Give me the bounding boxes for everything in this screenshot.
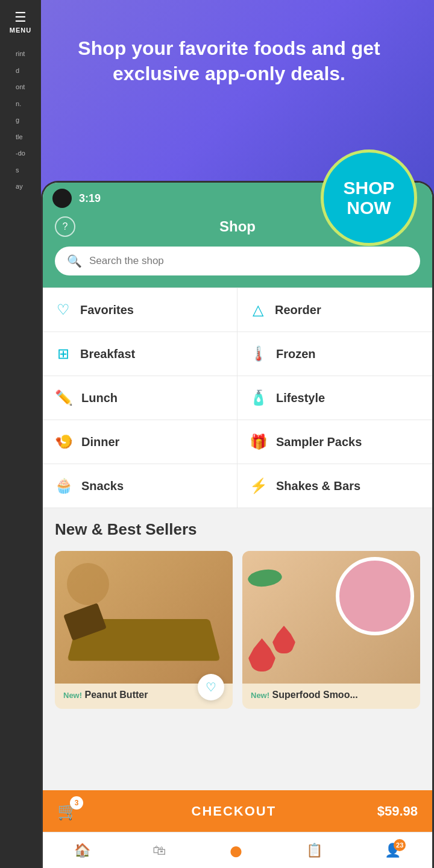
section-title: New & Best Sellers bbox=[55, 520, 420, 539]
checkout-price: $59.98 bbox=[377, 804, 418, 819]
nav-plan[interactable]: 📋 bbox=[306, 843, 322, 858]
search-input[interactable] bbox=[89, 255, 408, 267]
plan-icon: 📋 bbox=[306, 843, 322, 858]
search-container: 🔍 bbox=[43, 247, 432, 288]
help-icon: ? bbox=[63, 221, 68, 232]
cart-badge-wrapper: 🛒 3 bbox=[57, 801, 78, 821]
product-name-2: Superfood Smoo... bbox=[272, 690, 358, 700]
snacks-icon: 🧁 bbox=[55, 477, 73, 494]
sidebar-bg-text: rint d ont n. g tle -do s ay bbox=[11, 34, 30, 207]
product-badge-1: New! bbox=[63, 691, 82, 700]
phone-frame: 3:19 ? Shop 🔍 ♡ Favorites △ Reorder ⊞ Br… bbox=[41, 181, 434, 868]
sampler-icon: 🎁 bbox=[250, 433, 268, 450]
category-item-lunch[interactable]: ✏️ Lunch bbox=[43, 376, 237, 420]
lifestyle-icon: 🧴 bbox=[250, 389, 268, 406]
lunch-label: Lunch bbox=[81, 391, 118, 405]
lifestyle-label: Lifestyle bbox=[276, 391, 325, 405]
product-badge-2: New! bbox=[251, 691, 269, 700]
shakes-label: Shakes & Bars bbox=[276, 479, 360, 493]
breakfast-icon: ⊞ bbox=[55, 345, 72, 362]
snacks-label: Snacks bbox=[81, 479, 124, 493]
kale-leaf bbox=[247, 564, 284, 592]
checkout-bar[interactable]: 🛒 3 CHECKOUT $59.98 bbox=[43, 790, 432, 832]
home-icon: 🏠 bbox=[74, 843, 90, 858]
category-item-lifestyle[interactable]: 🧴 Lifestyle bbox=[237, 376, 432, 420]
search-icon: 🔍 bbox=[67, 254, 82, 268]
breakfast-label: Breakfast bbox=[80, 347, 135, 361]
category-item-snacks[interactable]: 🧁 Snacks bbox=[43, 464, 237, 508]
nav-home[interactable]: 🏠 bbox=[74, 843, 90, 858]
category-grid: ♡ Favorites △ Reorder ⊞ Breakfast 🌡️ Fro… bbox=[43, 288, 432, 508]
promo-text-area: Shop your favorite foods and get exclusi… bbox=[72, 36, 386, 86]
menu-label[interactable]: MENU bbox=[10, 27, 31, 34]
dinner-label: Dinner bbox=[81, 435, 119, 449]
shop-nav-icon: 🛍 bbox=[153, 843, 166, 858]
product-name-1: Peanut Butter bbox=[85, 690, 148, 700]
menu-icon[interactable]: ☰ bbox=[14, 11, 27, 24]
reorder-label: Reorder bbox=[275, 303, 321, 317]
category-item-frozen[interactable]: 🌡️ Frozen bbox=[237, 332, 432, 376]
frozen-label: Frozen bbox=[276, 347, 316, 361]
shakes-icon: ⚡ bbox=[250, 477, 268, 494]
product-card-superfood[interactable]: New! Superfood Smoo... bbox=[242, 551, 420, 709]
product-image-1 bbox=[55, 551, 233, 684]
category-item-reorder[interactable]: △ Reorder bbox=[237, 288, 432, 332]
sampler-label: Sampler Packs bbox=[276, 435, 362, 449]
frozen-icon: 🌡️ bbox=[250, 345, 268, 362]
category-item-breakfast[interactable]: ⊞ Breakfast bbox=[43, 332, 237, 376]
favorites-icon: ♡ bbox=[55, 301, 72, 318]
profile-badge: 23 bbox=[394, 839, 406, 851]
shop-now-button[interactable]: SHOPNOW bbox=[321, 149, 417, 246]
cracker bbox=[67, 563, 109, 605]
search-bar[interactable]: 🔍 bbox=[55, 247, 420, 275]
section-header: New & Best Sellers bbox=[43, 508, 432, 546]
checkout-label: CHECKOUT bbox=[90, 804, 377, 819]
product-info-2: New! Superfood Smoo... bbox=[242, 684, 420, 709]
category-item-dinner[interactable]: 🍤 Dinner bbox=[43, 420, 237, 464]
sidebar: ☰ MENU rint d ont n. g tle -do s ay bbox=[0, 0, 41, 868]
help-button[interactable]: ? bbox=[55, 216, 75, 237]
smoothie-bowl bbox=[336, 557, 414, 635]
category-item-sampler-packs[interactable]: 🎁 Sampler Packs bbox=[237, 420, 432, 464]
nav-profile[interactable]: 👤 23 bbox=[385, 843, 401, 858]
dinner-icon: 🍤 bbox=[55, 433, 73, 450]
camera-dot bbox=[52, 189, 72, 208]
strawberry-2 bbox=[272, 626, 295, 653]
reorder-icon: △ bbox=[250, 301, 266, 318]
products-row: ♡ New! Peanut Butter New! Superfood Smoo… bbox=[43, 546, 432, 709]
nav-center[interactable]: ● bbox=[228, 836, 244, 865]
product-card-peanut-butter[interactable]: ♡ New! Peanut Butter bbox=[55, 551, 233, 709]
nav-shop[interactable]: 🛍 bbox=[153, 843, 166, 858]
status-time: 3:19 bbox=[79, 192, 101, 205]
category-item-shakes-bars[interactable]: ⚡ Shakes & Bars bbox=[237, 464, 432, 508]
favorite-button-1[interactable]: ♡ bbox=[198, 674, 224, 700]
lunch-icon: ✏️ bbox=[55, 389, 73, 406]
bottom-navigation: 🏠 🛍 ● 📋 👤 23 bbox=[43, 832, 432, 868]
promo-headline: Shop your favorite foods and get exclusi… bbox=[72, 36, 386, 86]
category-item-favorites[interactable]: ♡ Favorites bbox=[43, 288, 237, 332]
favorites-label: Favorites bbox=[80, 303, 134, 317]
strawberry-1 bbox=[248, 638, 275, 671]
center-icon: ● bbox=[228, 836, 244, 865]
shop-now-label: SHOPNOW bbox=[343, 178, 394, 218]
product-image-2 bbox=[242, 551, 420, 684]
cart-count-badge: 3 bbox=[70, 796, 83, 810]
